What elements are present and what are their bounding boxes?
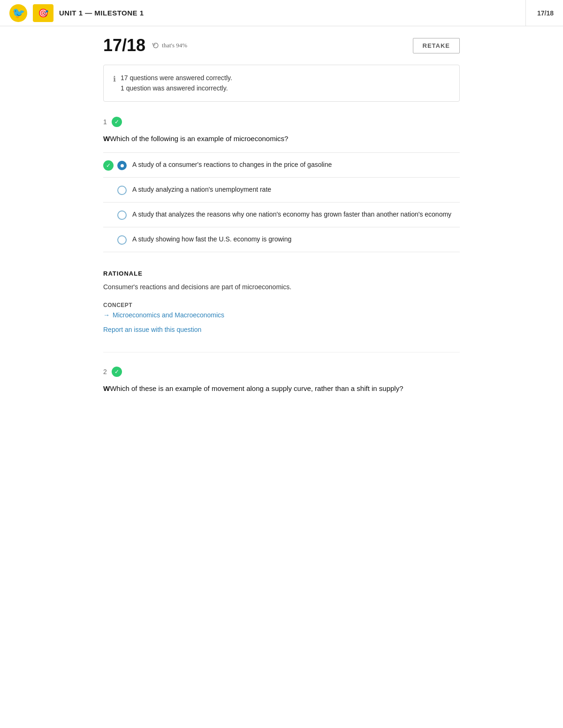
redo-icon (152, 42, 160, 49)
score-display: 17/18 that's 94% (103, 36, 187, 55)
option-1c-text: A study that analyzes the reasons why on… (132, 209, 451, 219)
header-score: 17/18 (525, 0, 554, 26)
question-1-header: 1 ✓ (103, 117, 460, 127)
option-1b-text: A study analyzing a nation's unemploymen… (132, 184, 271, 195)
rationale-text: Consumer's reactions and decisions are p… (103, 282, 460, 292)
option-1d-text: A study showing how fast the U.S. econom… (132, 234, 291, 244)
info-box: ℹ 17 questions were answered correctly. … (103, 65, 460, 102)
score-section: 17/18 that's 94% RETAKE (103, 36, 460, 55)
option-1a-radio (117, 161, 127, 170)
question-2-status: ✓ (112, 367, 122, 377)
unit-title: UNIT 1 — MILESTONE 1 (59, 9, 144, 17)
info-line1: 17 questions were answered correctly. (121, 73, 232, 83)
option-1d[interactable]: ✓ A study showing how fast the U.S. econ… (103, 227, 460, 252)
retake-button[interactable]: RETAKE (413, 38, 460, 53)
app-logo: 🐦 (9, 4, 27, 22)
info-line2: 1 question was answered incorrectly. (121, 83, 232, 93)
question-1-number: 1 (103, 118, 107, 126)
option-1b-left: ✓ (103, 184, 127, 195)
rationale-1: RATIONALE Consumer's reactions and decis… (103, 265, 460, 333)
main-content: 17/18 that's 94% RETAKE ℹ 17 questions w… (89, 26, 474, 431)
info-icon: ℹ (113, 73, 116, 85)
option-1b[interactable]: ✓ A study analyzing a nation's unemploym… (103, 178, 460, 203)
question-2-text: WWhich of these is an example of movemen… (103, 383, 460, 394)
arrow-right-icon: → (103, 311, 110, 319)
logo-icon: 🐦 (12, 7, 25, 19)
option-1d-radio (117, 235, 127, 245)
option-1c-radio (117, 210, 127, 220)
section-divider (103, 352, 460, 353)
report-issue-link[interactable]: Report an issue with this question (103, 326, 201, 333)
score-number: 17/18 (103, 36, 145, 55)
unit-thumbnail: 🎯 (33, 4, 53, 22)
question-2-header: 2 ✓ (103, 367, 460, 377)
question-1-status: ✓ (112, 117, 122, 127)
option-1a-text: A study of a consumer's reactions to cha… (132, 159, 332, 170)
question-2-number: 2 (103, 368, 107, 375)
question-1-text: WWhich of the following is an example of… (103, 134, 460, 144)
option-1d-left: ✓ (103, 234, 127, 245)
score-percent: that's 94% (152, 42, 187, 49)
option-1a-correct-icon: ✓ (103, 160, 114, 171)
option-1b-radio (117, 186, 127, 195)
concept-label: CONCEPT (103, 302, 460, 308)
rationale-title: RATIONALE (103, 270, 460, 277)
percent-label: that's 94% (162, 42, 187, 49)
concept-link-text: Microeconomics and Macroeconomics (113, 311, 224, 319)
option-1a[interactable]: ✓ A study of a consumer's reactions to c… (103, 153, 460, 178)
info-text: 17 questions were answered correctly. 1 … (121, 73, 232, 94)
question-2: 2 ✓ WWhich of these is an example of mov… (103, 367, 460, 394)
option-1a-left: ✓ (103, 159, 127, 171)
question-1-options: ✓ A study of a consumer's reactions to c… (103, 152, 460, 252)
page-header: 🐦 🎯 UNIT 1 — MILESTONE 1 17/18 (0, 0, 563, 26)
option-1c[interactable]: ✓ A study that analyzes the reasons why … (103, 203, 460, 227)
option-1c-left: ✓ (103, 209, 127, 220)
concept-link[interactable]: → Microeconomics and Macroeconomics (103, 311, 460, 319)
thumbnail-icon: 🎯 (38, 8, 48, 18)
question-1: 1 ✓ WWhich of the following is an exampl… (103, 117, 460, 333)
